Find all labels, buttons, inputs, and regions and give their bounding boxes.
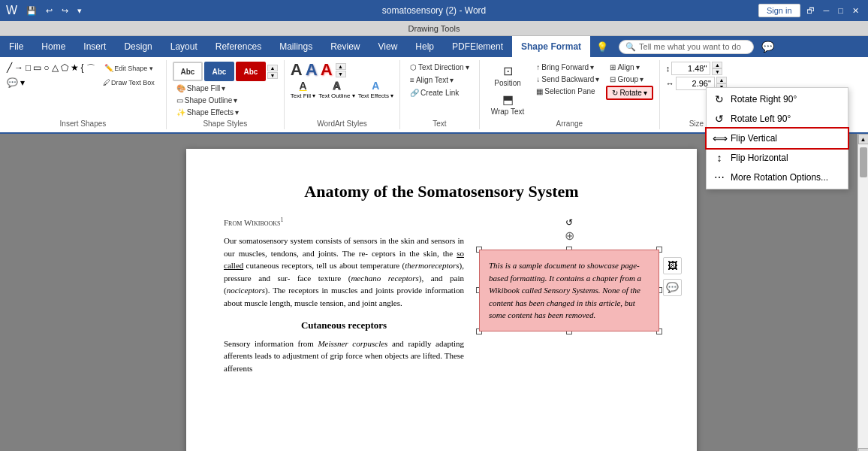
rounded-rect-tool[interactable]: ▭ <box>32 62 42 76</box>
height-down-button[interactable]: ▼ <box>712 68 722 75</box>
send-backward-button[interactable]: ↓ Send Backward ▾ <box>532 74 603 85</box>
flip-horizontal-item[interactable]: ↕ Flip Horizontal <box>707 148 848 168</box>
scroll-down-button[interactable]: ▼ <box>858 448 869 451</box>
circle-tool[interactable]: ○ <box>43 62 50 76</box>
more-shapes[interactable]: ▾ <box>20 77 26 89</box>
minimize-button[interactable]: ─ <box>821 5 833 17</box>
scroll-up-button[interactable]: ▲ <box>858 134 869 144</box>
shape-effects-button[interactable]: ✨ Shape Effects ▾ <box>173 107 278 118</box>
bring-forward-button[interactable]: ↑ Bring Forward ▾ <box>532 62 603 73</box>
tab-references[interactable]: References <box>206 36 270 57</box>
send-backward-label: Send Backward <box>541 75 594 83</box>
rotate-left-item[interactable]: ↺ Rotate Left 90° <box>707 109 848 129</box>
bring-forward-label: Bring Forward <box>541 63 589 71</box>
text-direction-arrow: ▾ <box>466 63 469 71</box>
window-controls: Sign in 🗗 ─ □ ✕ <box>758 4 862 17</box>
position-button[interactable]: ⊡ Position <box>486 62 530 89</box>
save-button[interactable]: 💾 <box>23 5 40 17</box>
tab-file[interactable]: File <box>0 36 32 57</box>
tab-help[interactable]: Help <box>406 36 443 57</box>
window-title: somatosensory (2) - Word <box>382 5 487 16</box>
vertical-scrollbar[interactable]: ▲ ▼ <box>857 134 868 451</box>
edit-shape-button[interactable]: ✏️ Edit Shape ▾ <box>98 62 160 74</box>
comments-button[interactable]: 💬 <box>758 39 777 54</box>
rotate-handle[interactable]: ↺ <box>565 216 573 229</box>
tab-shape-format[interactable]: Shape Format <box>512 36 590 57</box>
tell-me-box[interactable]: 🔍 Tell me what you want to do <box>619 40 754 54</box>
tell-me-placeholder: Tell me what you want to do <box>639 42 741 51</box>
star-tool[interactable]: ★ <box>70 62 80 76</box>
shape-outline-button[interactable]: ▭ Shape Outline ▾ <box>173 95 278 106</box>
align-text-button[interactable]: ≡ Align Text ▾ <box>406 74 473 86</box>
comment-button[interactable]: 💬 <box>663 279 682 296</box>
draw-text-box-button[interactable]: 🖊 Draw Text Box <box>98 76 160 89</box>
sign-in-button[interactable]: Sign in <box>758 4 800 17</box>
curve-tool[interactable]: ⌒ <box>86 62 96 76</box>
text-box-wrapper[interactable]: This is a sample document to showcase pa… <box>479 250 659 331</box>
position-label: Position <box>494 79 521 87</box>
customize-qat-button[interactable]: ▾ <box>74 5 85 17</box>
align-text-label: Align Text <box>416 76 448 84</box>
style-preset-2[interactable]: Abc <box>204 62 234 81</box>
brace-tool[interactable]: { <box>80 62 85 76</box>
shape-fill-button[interactable]: 🎨 Shape Fill ▾ <box>173 83 278 94</box>
shape-effects-label: Shape Effects <box>187 108 234 117</box>
wordart-a-red[interactable]: A <box>321 62 333 78</box>
rotate-right-item[interactable]: ↻ Rotate Right 90° <box>707 89 848 109</box>
more-rotation-icon: ⋯ <box>713 171 726 183</box>
triangle-tool[interactable]: △ <box>51 62 59 76</box>
more-rotation-label: More Rotation Options... <box>731 172 828 183</box>
close-button[interactable]: ✕ <box>849 5 862 17</box>
undo-button[interactable]: ↩ <box>43 5 56 17</box>
callout-tool[interactable]: 💬 <box>6 77 19 89</box>
tab-design[interactable]: Design <box>115 36 161 57</box>
selection-pane-button[interactable]: ▦ Selection Pane <box>532 86 603 97</box>
tab-review[interactable]: Review <box>321 36 369 57</box>
flip-vertical-item[interactable]: ⟺ Flip Vertical <box>707 129 848 148</box>
text-direction-button[interactable]: ⬡ Text Direction ▾ <box>406 62 473 73</box>
wordart-a-blue[interactable]: A <box>306 62 318 78</box>
tab-mailings[interactable]: Mailings <box>270 36 321 57</box>
drawing-tools-label: Drawing Tools <box>399 23 469 35</box>
redo-button[interactable]: ↪ <box>59 5 71 17</box>
tab-view[interactable]: View <box>369 36 407 57</box>
wordart-up-button[interactable]: ▲ <box>336 63 346 70</box>
wordart-a-plain[interactable]: A <box>291 62 303 78</box>
wordart-down-button[interactable]: ▼ <box>336 71 346 77</box>
tab-home[interactable]: Home <box>32 36 74 57</box>
ribbon-tabs[interactable]: File Home Insert Design Layout Reference… <box>0 36 868 57</box>
tab-layout[interactable]: Layout <box>161 36 206 57</box>
height-up-button[interactable]: ▲ <box>712 62 722 68</box>
line-tool[interactable]: ╱ <box>6 62 13 76</box>
pentagon-tool[interactable]: ⬠ <box>60 62 69 76</box>
rect-tool[interactable]: □ <box>25 62 32 76</box>
arrow-tool[interactable]: → <box>14 62 24 76</box>
style-preset-1[interactable]: Abc <box>173 62 203 81</box>
wrap-text-label: Wrap Text <box>491 107 525 116</box>
tab-pdfelement[interactable]: PDFElement <box>443 36 512 57</box>
align-arrow: ▾ <box>636 63 640 71</box>
scroll-thumb[interactable] <box>860 147 867 177</box>
rotate-button[interactable]: ↻ Rotate ▾ <box>606 86 653 100</box>
group-button[interactable]: ⊟ Group ▾ <box>606 74 653 85</box>
style-preset-3[interactable]: Abc <box>236 62 266 81</box>
selection-pane-label: Selection Pane <box>544 87 595 95</box>
align-button[interactable]: ⊞ Align ▾ <box>606 62 653 73</box>
text-box[interactable]: This is a sample document to showcase pa… <box>479 250 659 331</box>
styles-up-button[interactable]: ▲ <box>267 65 278 71</box>
paragraph-2: Sensory information from Meissner corpus… <box>224 337 464 375</box>
height-spinner[interactable]: ▲ ▼ <box>712 62 722 75</box>
align-label: Align <box>617 63 634 71</box>
tab-insert[interactable]: Insert <box>74 36 115 57</box>
maximize-button[interactable]: □ <box>835 5 846 17</box>
create-link-button[interactable]: 🔗 Create Link <box>406 87 473 98</box>
group-text: ⬡ Text Direction ▾ ≡ Align Text ▾ 🔗 Crea… <box>400 60 480 129</box>
width-up-button[interactable]: ▲ <box>716 77 727 83</box>
restore-down-button[interactable]: 🗗 <box>803 5 818 17</box>
wrap-text-button[interactable]: ⬒ Wrap Text <box>486 90 530 118</box>
layout-options-button[interactable]: 🖼 <box>663 257 682 274</box>
more-rotation-item[interactable]: ⋯ More Rotation Options... <box>707 168 848 187</box>
styles-down-button[interactable]: ▼ <box>267 72 278 79</box>
height-input[interactable] <box>671 62 710 75</box>
quick-access-toolbar[interactable]: W 💾 ↩ ↪ ▾ <box>6 4 85 17</box>
